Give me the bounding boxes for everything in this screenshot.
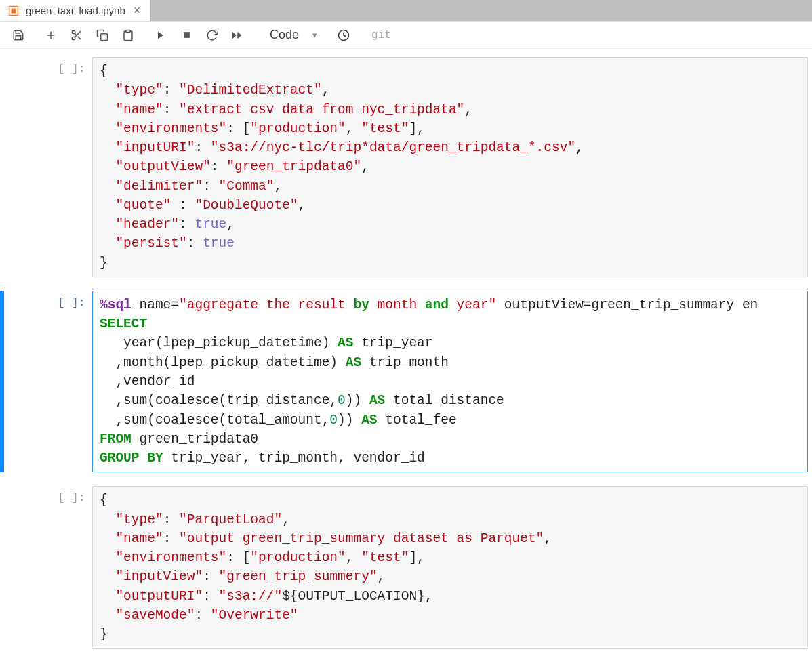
chevron-down-icon: ▾ [312, 30, 317, 40]
svg-point-4 [72, 30, 75, 34]
tab-filename: green_taxi_load.ipynb [26, 5, 125, 16]
insert-cell-button[interactable] [39, 25, 62, 45]
code-cell[interactable]: [ ]: %sql name="aggregate the result by … [0, 291, 812, 472]
cell-input[interactable]: %sql name="aggregate the result by month… [92, 291, 808, 472]
svg-line-7 [78, 36, 81, 39]
svg-rect-9 [101, 33, 108, 40]
cell-type-label: Code [270, 28, 299, 42]
cell-input[interactable]: { "type": "DelimitedExtract", "name": "e… [92, 57, 808, 277]
copy-button[interactable] [91, 25, 114, 45]
stop-button[interactable] [175, 25, 198, 45]
cell-prompt: [ ]: [4, 291, 92, 309]
cell-prompt: [ ]: [4, 57, 92, 75]
notebook-file-icon [8, 5, 19, 16]
toolbar: Code ▾ git [0, 22, 812, 49]
svg-point-5 [72, 37, 75, 40]
svg-rect-12 [184, 32, 190, 38]
kernel-timing-button[interactable] [332, 25, 355, 45]
run-button[interactable] [149, 25, 172, 45]
cell-prompt: [ ]: [4, 486, 92, 504]
tabbar: green_taxi_load.ipynb × [0, 0, 812, 22]
run-all-button[interactable] [226, 25, 249, 45]
code-cell[interactable]: [ ]: { "type": "ParquetLoad", "name": "o… [0, 486, 812, 649]
svg-marker-13 [232, 31, 237, 39]
notebook-area: [ ]: { "type": "DelimitedExtract", "name… [0, 49, 812, 654]
paste-button[interactable] [117, 25, 140, 45]
svg-rect-1 [12, 8, 16, 13]
svg-marker-11 [158, 31, 163, 39]
svg-marker-14 [237, 31, 241, 39]
code-cell[interactable]: [ ]: { "type": "DelimitedExtract", "name… [0, 57, 812, 277]
svg-rect-10 [126, 30, 130, 32]
restart-button[interactable] [201, 25, 224, 45]
notebook-tab[interactable]: green_taxi_load.ipynb × [0, 0, 150, 21]
cell-type-select[interactable]: Code ▾ [264, 25, 323, 45]
cut-button[interactable] [65, 25, 88, 45]
svg-line-8 [75, 33, 77, 35]
close-icon[interactable]: × [132, 3, 142, 18]
save-button[interactable] [7, 25, 30, 45]
cell-input[interactable]: { "type": "ParquetLoad", "name": "output… [92, 486, 808, 649]
git-label: git [371, 29, 391, 41]
